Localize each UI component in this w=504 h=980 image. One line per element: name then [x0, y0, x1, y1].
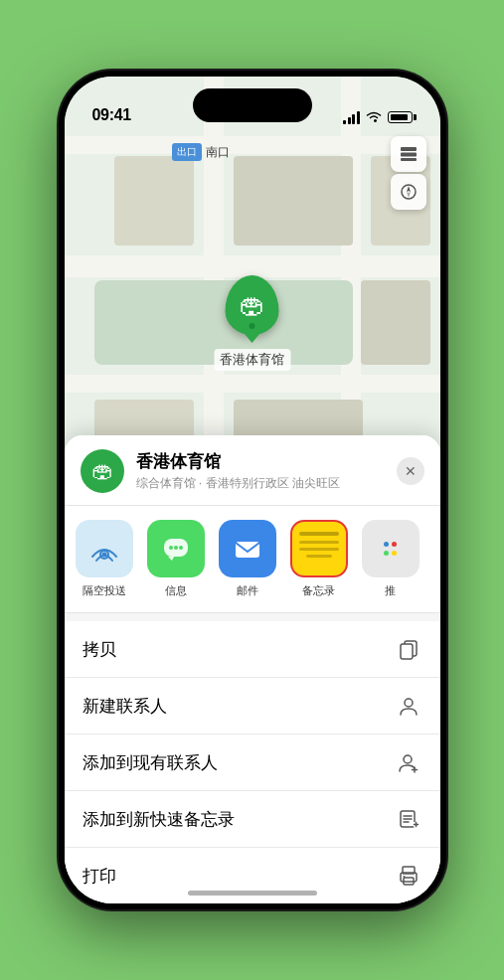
new-contact-icon — [395, 692, 422, 720]
layers-icon — [399, 144, 419, 164]
note-svg-icon — [398, 808, 420, 830]
airdrop-icon — [88, 533, 120, 565]
place-name: 香港体育馆 — [136, 450, 385, 473]
status-icons — [343, 110, 413, 124]
svg-rect-1 — [401, 153, 417, 157]
add-quick-note-label: 添加到新快速备忘录 — [83, 808, 235, 831]
airdrop-icon-box — [76, 520, 133, 577]
svg-rect-0 — [401, 147, 417, 151]
print-icon — [395, 862, 422, 890]
print-svg-icon — [398, 865, 420, 887]
stadium-marker[interactable]: 🏟 香港体育馆 — [214, 275, 290, 371]
messages-icon — [160, 533, 192, 565]
marker-pin: 🏟 — [226, 275, 279, 335]
svg-point-16 — [404, 755, 412, 763]
close-button[interactable]: ✕ — [397, 457, 424, 485]
svg-rect-12 — [236, 542, 259, 558]
svg-point-9 — [169, 546, 173, 550]
action-new-contact[interactable]: 新建联系人 — [65, 678, 440, 735]
airdrop-label: 隔空投送 — [83, 583, 126, 598]
place-icon: 🏟 — [91, 458, 113, 484]
add-existing-contact-icon — [395, 748, 422, 776]
new-contact-label: 新建联系人 — [83, 695, 167, 718]
share-more[interactable]: 推 — [361, 520, 420, 598]
close-icon: ✕ — [405, 463, 417, 479]
phone-screen: 09:41 — [65, 77, 440, 903]
place-icon-wrap: 🏟 — [81, 449, 124, 493]
place-subtitle: 综合体育馆 · 香港特别行政区 油尖旺区 — [136, 475, 385, 492]
action-add-quick-note[interactable]: 添加到新快速备忘录 — [65, 791, 440, 848]
person-add-svg-icon — [398, 751, 420, 773]
place-info: 香港体育馆 综合体育馆 · 香港特别行政区 油尖旺区 — [136, 450, 385, 492]
place-header: 🏟 香港体育馆 综合体育馆 · 香港特别行政区 油尖旺区 ✕ — [65, 435, 440, 506]
copy-label: 拷贝 — [83, 638, 116, 661]
map-layers-button[interactable] — [391, 136, 426, 172]
phone-frame: 09:41 — [59, 71, 446, 909]
add-quick-note-icon — [395, 805, 422, 833]
mail-label: 邮件 — [237, 583, 258, 598]
bottom-sheet: 🏟 香港体育馆 综合体育馆 · 香港特别行政区 油尖旺区 ✕ — [65, 435, 440, 903]
share-mail[interactable]: 邮件 — [218, 520, 277, 598]
more-icon-box — [362, 520, 420, 577]
messages-icon-box — [147, 520, 205, 577]
svg-point-11 — [179, 546, 183, 550]
svg-rect-14 — [401, 644, 413, 659]
map-label: 出口 南口 — [172, 143, 230, 161]
action-add-existing-contact[interactable]: 添加到现有联系人 — [65, 735, 440, 791]
share-messages[interactable]: 信息 — [146, 520, 206, 598]
svg-point-15 — [405, 699, 413, 707]
svg-point-7 — [101, 553, 106, 558]
copy-svg-icon — [398, 638, 420, 660]
notes-label: 备忘录 — [302, 583, 335, 598]
marker-stadium-icon: 🏟 — [240, 290, 265, 321]
add-existing-contact-label: 添加到现有联系人 — [83, 751, 218, 774]
person-svg-icon — [398, 695, 420, 717]
map-exit-tag: 出口 — [172, 143, 202, 161]
svg-rect-2 — [401, 158, 417, 161]
mail-icon — [232, 533, 263, 565]
map-area[interactable]: 出口 南口 — [65, 77, 440, 494]
location-button[interactable] — [391, 174, 426, 210]
battery-icon — [388, 111, 413, 123]
wifi-icon — [366, 111, 382, 123]
messages-label: 信息 — [165, 583, 187, 598]
notes-icon-box — [290, 520, 348, 577]
share-notes[interactable]: 备忘录 — [289, 520, 349, 598]
svg-marker-4 — [407, 186, 411, 192]
dynamic-island — [193, 88, 312, 122]
marker-label: 香港体育馆 — [214, 349, 290, 371]
action-list: 拷贝 新建联系人 — [65, 621, 440, 903]
map-exit-name: 南口 — [206, 144, 230, 161]
action-copy[interactable]: 拷贝 — [65, 621, 440, 678]
map-controls — [391, 136, 426, 210]
compass-icon — [399, 182, 419, 202]
svg-point-29 — [403, 876, 405, 878]
svg-point-10 — [174, 546, 178, 550]
home-indicator — [188, 891, 317, 896]
mail-icon-box — [219, 520, 276, 577]
svg-marker-5 — [407, 192, 411, 198]
copy-icon — [395, 635, 422, 663]
print-label: 打印 — [83, 865, 116, 888]
share-airdrop[interactable]: 隔空投送 — [75, 520, 134, 598]
marker-dot — [250, 323, 255, 329]
more-label: 推 — [385, 583, 396, 598]
signal-bars-icon — [343, 110, 360, 124]
share-row: 隔空投送 信息 — [65, 506, 440, 613]
status-time: 09:41 — [92, 106, 131, 124]
